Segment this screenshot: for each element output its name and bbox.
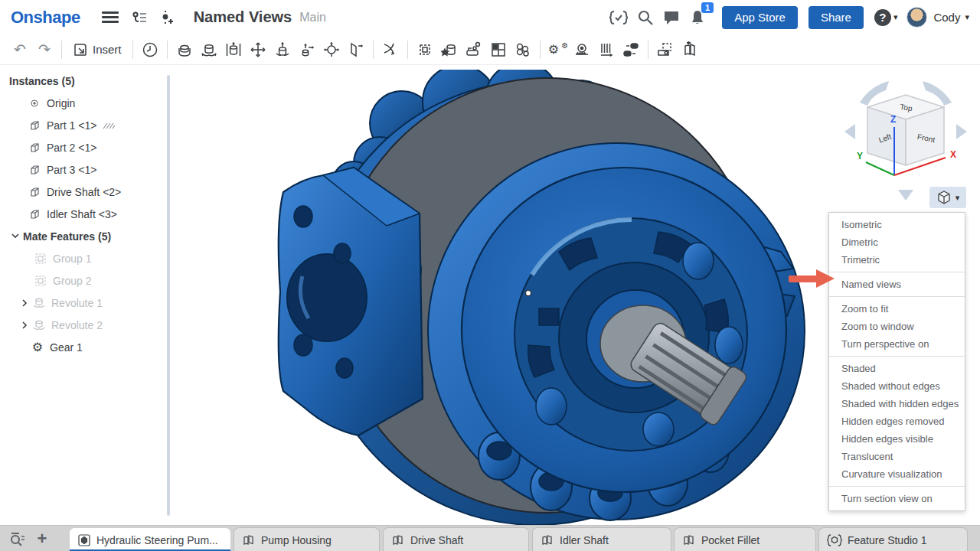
user-name: Cody (933, 11, 960, 24)
featurescript-notices-icon[interactable] (609, 8, 629, 27)
belt-relation-icon[interactable] (619, 37, 643, 62)
tab-pump-housing[interactable]: Pump Housing (234, 527, 380, 551)
rack-pinion-relation-icon[interactable] (570, 37, 594, 62)
exploded-view-icon[interactable] (462, 37, 486, 62)
menu-item-trimetric[interactable]: Trimetric (829, 251, 965, 269)
feature-studio-icon (827, 533, 842, 547)
mate-features-header[interactable]: Mate Features (5) (0, 225, 175, 247)
pin-slot-mate-icon[interactable] (295, 37, 319, 62)
tree-item-drive-shaft[interactable]: Drive Shaft <2> (0, 181, 175, 203)
sidebar-scrollbar[interactable] (167, 75, 170, 516)
interference-detection-icon[interactable] (511, 37, 535, 62)
history-icon[interactable] (138, 37, 162, 62)
named-positions-icon[interactable] (437, 37, 462, 62)
avatar[interactable] (906, 7, 927, 28)
menu-item-curvature-visualization[interactable]: Curvature visualization (829, 465, 965, 483)
create-version-icon[interactable] (160, 9, 174, 26)
tree-item-revolute1[interactable]: Revolute 1 (0, 292, 175, 314)
tree-item-idler-shaft[interactable]: Idler Shaft <3> (0, 203, 175, 225)
app-store-button[interactable]: App Store (722, 6, 798, 29)
menu-item-shaded[interactable]: Shaded (829, 360, 965, 377)
view-cube[interactable]: Top Left Front Z Y X (837, 72, 975, 202)
menu-item-turn-perspective-on[interactable]: Turn perspective on (829, 335, 965, 353)
part-studio-icon (242, 533, 256, 547)
versions-icon[interactable] (131, 10, 148, 25)
tree-item-part1[interactable]: Part 1 <1> (0, 114, 175, 136)
tab-feature-studio-1[interactable]: Feature Studio 1 (818, 527, 968, 551)
named-view-camera-icon[interactable] (653, 37, 678, 62)
drawing-icon[interactable] (486, 37, 511, 62)
add-tab-icon[interactable]: + (31, 526, 54, 551)
tab-pocket-fillet[interactable]: Pocket Fillet (674, 527, 816, 551)
annotation-arrow (789, 269, 836, 288)
menu-item-shaded-with-hidden-edges[interactable]: Shaded with hidden edges (829, 395, 965, 412)
menu-item-translucent[interactable]: Translucent (829, 448, 965, 465)
gear-relation-icon[interactable]: ⚙⚙ (545, 37, 570, 62)
tree-item-part2[interactable]: Part 2 <1> (0, 136, 175, 158)
document-tab-bar: + Hydraulic Steering Pum... Pump Housing… (0, 525, 980, 551)
cylindrical-mate-icon[interactable] (270, 37, 295, 62)
tree-item-revolute2[interactable]: Revolute 2 (0, 314, 175, 336)
menu-item-zoom-to-window[interactable]: Zoom to window (829, 318, 965, 335)
part-icon (28, 164, 41, 176)
pump-model (230, 70, 812, 525)
comments-icon[interactable] (662, 8, 681, 27)
tab-idler-shaft[interactable]: Idler Shaft (532, 527, 671, 551)
parallel-mate-icon[interactable] (344, 37, 368, 62)
search-tabs-icon[interactable] (6, 526, 29, 551)
tab-drive-shaft[interactable]: Drive Shaft (383, 527, 529, 551)
menu-item-isometric[interactable]: Isometric (829, 216, 965, 233)
tree-item-gear1[interactable]: ⚙ Gear 1 (0, 336, 175, 358)
3d-viewport[interactable]: Top Left Front Z Y X ▾ Isometric Dimetri… (175, 66, 980, 525)
x-axis-label: X (950, 149, 956, 160)
menu-item-zoom-to-fit[interactable]: Zoom to fit (829, 300, 965, 318)
menu-item-turn-section-view-on[interactable]: Turn section view on (829, 490, 965, 507)
mate-connector-icon[interactable] (378, 37, 403, 62)
assembly-icon (77, 533, 91, 547)
planar-mate-icon[interactable] (246, 37, 270, 62)
part-studio-icon (541, 533, 554, 547)
tree-item-origin[interactable]: Origin (0, 92, 175, 114)
chevron-right-icon[interactable] (18, 299, 31, 307)
share-button[interactable]: Share (808, 6, 864, 29)
tree-item-part3[interactable]: Part 3 <1> (0, 158, 175, 181)
onshape-logo[interactable]: Onshape (11, 8, 80, 28)
part-icon (28, 186, 41, 198)
fastened-mate-icon[interactable] (172, 37, 197, 62)
help-menu[interactable]: ? ▾ (874, 9, 898, 26)
user-menu[interactable]: Cody ▾ (906, 7, 969, 28)
part-icon (28, 208, 41, 220)
chevron-right-icon[interactable] (18, 321, 31, 329)
notifications-icon[interactable]: 1 (688, 8, 707, 27)
instances-header: Instances (5) (0, 66, 175, 92)
menu-item-hidden-edges-removed[interactable]: Hidden edges removed (829, 412, 965, 430)
insert-part-icon[interactable] (678, 37, 702, 62)
chevron-down-icon[interactable] (9, 233, 21, 239)
origin-marker (526, 291, 531, 296)
slider-mate-icon[interactable] (221, 37, 246, 62)
view-options-menu: Isometric Dimetric Trimetric Named views… (828, 212, 965, 511)
tab-hydraulic-steering-pump[interactable]: Hydraulic Steering Pum... (69, 527, 231, 551)
menu-item-named-views[interactable]: Named views (829, 276, 965, 293)
screw-relation-icon[interactable] (594, 37, 619, 62)
origin-icon (28, 99, 41, 108)
revolute-mate-icon[interactable] (197, 37, 221, 62)
undo-button[interactable]: ↶ (8, 37, 32, 62)
tree-item-group1[interactable]: Group 1 (0, 247, 175, 269)
tree-item-group2[interactable]: Group 2 (0, 269, 175, 292)
help-icon[interactable]: ? (874, 9, 891, 26)
menu-item-hidden-edges-visible[interactable]: Hidden edges visible (829, 430, 965, 448)
part-icon (28, 142, 41, 154)
menu-item-shaded-without-edges[interactable]: Shaded without edges (829, 377, 965, 395)
insert-button[interactable]: Insert (67, 37, 128, 62)
menu-item-dimetric[interactable]: Dimetric (829, 233, 965, 251)
group-icon[interactable] (413, 37, 437, 62)
hamburger-menu-icon[interactable] (102, 11, 119, 23)
part-studio-icon (682, 533, 696, 547)
search-icon[interactable] (636, 8, 655, 27)
ball-mate-icon[interactable] (319, 37, 344, 62)
part-studio-icon (391, 533, 405, 547)
view-options-button[interactable]: ▾ (929, 187, 966, 208)
redo-button[interactable]: ↷ (32, 37, 57, 62)
chevron-down-icon: ▾ (956, 193, 960, 203)
